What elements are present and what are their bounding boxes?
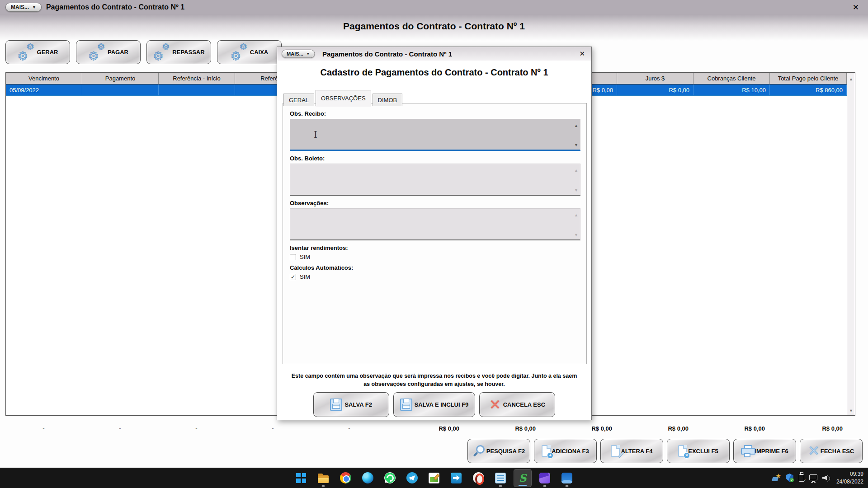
table-header-cell: Vencimento: [6, 73, 82, 84]
observacoes-textarea[interactable]: [290, 208, 580, 240]
caixa-label: CAIXA: [250, 49, 268, 56]
totals-cell: R$ 0,00: [464, 423, 540, 434]
publisher-button[interactable]: [447, 469, 465, 487]
telegram-button[interactable]: [403, 469, 421, 487]
more-menu-label: MAIS...: [11, 4, 29, 10]
dialog-help-text: Este campo contém uma observação que ser…: [290, 372, 579, 388]
altera-button[interactable]: ALTERA F4: [600, 439, 663, 463]
image-editor-icon: [429, 473, 439, 483]
edge-button[interactable]: [359, 469, 377, 487]
calculos-sim-label: SIM: [300, 273, 310, 280]
green-check-icon: ✓: [790, 478, 794, 482]
scroll-up-icon[interactable]: [574, 121, 578, 129]
cancela-button[interactable]: ✕ CANCELA ESC: [479, 392, 555, 417]
movies-tv-icon: [561, 473, 572, 483]
table-cell: 05/09/2022: [6, 84, 82, 95]
floppy-icon: [400, 399, 412, 411]
salva-button[interactable]: SALVA F2: [313, 392, 389, 417]
green-s-logo-icon: S: [519, 473, 527, 483]
tab-observacoes[interactable]: OBSERVAÇÕES: [316, 90, 371, 106]
defender-tray-button[interactable]: ✓: [786, 474, 794, 482]
obs-boleto-textarea[interactable]: [290, 164, 580, 196]
clipchamp-button[interactable]: [536, 469, 554, 487]
edge-icon: [362, 472, 373, 483]
network-icon[interactable]: [809, 474, 817, 480]
red-bird-icon: [473, 472, 484, 483]
clapperboard-icon: [539, 473, 550, 483]
active-app-button[interactable]: S: [514, 469, 532, 487]
table-scrollbar[interactable]: [847, 73, 855, 415]
telegram-icon: [406, 472, 418, 483]
scroll-down-icon[interactable]: [574, 140, 578, 148]
salva-e-inclui-button[interactable]: SALVA E INCLUI F9: [393, 392, 476, 417]
start-button[interactable]: [292, 469, 310, 487]
scroll-down-icon[interactable]: [574, 230, 578, 238]
cadastro-dialog: MAIS... ▼ Pagamentos do Contrato - Contr…: [277, 47, 592, 420]
totals-cell: -: [82, 423, 158, 434]
checkbox-unchecked[interactable]: [290, 254, 296, 260]
table-header-cell: Total Pago pelo Cliente: [770, 73, 847, 84]
dialog-heading: Cadastro de Pagamentos do Contrato - Con…: [277, 67, 591, 78]
chrome-icon: [340, 472, 351, 483]
isentar-rendimentos-label: Isentar rendimentos:: [290, 244, 580, 251]
page-delete-icon: ✕: [678, 445, 687, 457]
whatsapp-button[interactable]: [381, 469, 399, 487]
gerar-button[interactable]: ⚙⚙ GERAR: [5, 40, 70, 64]
window-titlebar: MAIS... ▼ Pagamentos do Contrato - Contr…: [0, 0, 868, 14]
tray-time: 09:39: [836, 470, 863, 478]
photos-button[interactable]: [425, 469, 443, 487]
fecha-button[interactable]: ✕ FECHA ESC: [800, 439, 863, 463]
repassar-button[interactable]: ⚙⚙ REPASSAR: [146, 40, 211, 64]
exclui-label: EXCLUI F5: [688, 448, 718, 455]
widget-star-icon[interactable]: [772, 474, 781, 483]
scroll-up-icon[interactable]: [574, 165, 578, 174]
usb-eject-icon[interactable]: [799, 474, 804, 482]
dialog-tabs: GERAL OBSERVAÇÕES DIMOB: [283, 89, 404, 105]
imprime-button[interactable]: IMPRIME F6: [733, 439, 796, 463]
pesquisa-button[interactable]: PESQUISA F2: [467, 439, 530, 463]
file-explorer-button[interactable]: [314, 469, 332, 487]
isentar-sim-option[interactable]: SIM: [290, 253, 580, 260]
dialog-more-menu-button[interactable]: MAIS... ▼: [282, 50, 315, 58]
obs-recibo-textarea[interactable]: I: [290, 119, 580, 151]
calculos-sim-option[interactable]: ✓ SIM: [290, 273, 580, 280]
notepad-button[interactable]: [491, 469, 509, 487]
chrome-button[interactable]: [336, 469, 354, 487]
isentar-sim-label: SIM: [300, 253, 310, 260]
observacoes-tab-panel: Obs. Recibo: I Obs. Boleto: Observações:…: [283, 103, 587, 364]
totals-cell: R$ 0,00: [540, 423, 617, 434]
system-tray: ✓ 09:39 24/08/2022: [772, 468, 863, 488]
dialog-close-button[interactable]: ✕: [579, 50, 585, 58]
totals-cell: -: [5, 423, 82, 434]
caixa-button[interactable]: ⚙⚙ CAIXA: [217, 40, 282, 64]
movies-tv-button[interactable]: [558, 469, 576, 487]
chevron-down-icon: ▼: [32, 5, 36, 9]
gears-icon: ⚙⚙: [88, 43, 105, 61]
opera-button[interactable]: [469, 469, 487, 487]
scroll-up-icon[interactable]: [574, 210, 578, 218]
scroll-up-icon[interactable]: [849, 74, 853, 82]
floppy-icon: [330, 399, 342, 411]
tray-clock[interactable]: 09:39 24/08/2022: [836, 470, 863, 485]
adiciona-button[interactable]: + ADICIONA F3: [534, 439, 597, 463]
tab-dimob[interactable]: DIMOB: [373, 94, 403, 106]
speaker-icon[interactable]: [822, 474, 831, 482]
totals-row: -----R$ 0,00R$ 0,00R$ 0,00R$ 0,00R$ 0,00…: [5, 423, 847, 434]
table-cell: R$ 860,00: [770, 84, 847, 95]
totals-cell: R$ 0,00: [769, 423, 847, 434]
scroll-down-icon[interactable]: [574, 185, 578, 193]
bottom-action-bar: PESQUISA F2 + ADICIONA F3 ALTERA F4 ✕ EX…: [467, 439, 863, 463]
more-menu-button[interactable]: MAIS... ▼: [5, 3, 42, 12]
exclui-button[interactable]: ✕ EXCLUI F5: [667, 439, 730, 463]
gerar-label: GERAR: [37, 49, 58, 56]
pagar-label: PAGAR: [108, 49, 128, 56]
window-close-button[interactable]: ✕: [853, 3, 859, 12]
tab-geral[interactable]: GERAL: [283, 94, 314, 106]
salva-e-inclui-label: SALVA E INCLUI F9: [415, 401, 469, 408]
dialog-titlebar: MAIS... ▼ Pagamentos do Contrato - Contr…: [277, 47, 591, 61]
window-title: Pagamentos do Contrato - Contrato Nº 1: [46, 3, 184, 11]
pagar-button[interactable]: ⚙⚙ PAGAR: [76, 40, 141, 64]
search-icon: [473, 445, 486, 457]
scroll-down-icon[interactable]: [849, 406, 853, 414]
checkbox-checked[interactable]: ✓: [290, 274, 296, 280]
